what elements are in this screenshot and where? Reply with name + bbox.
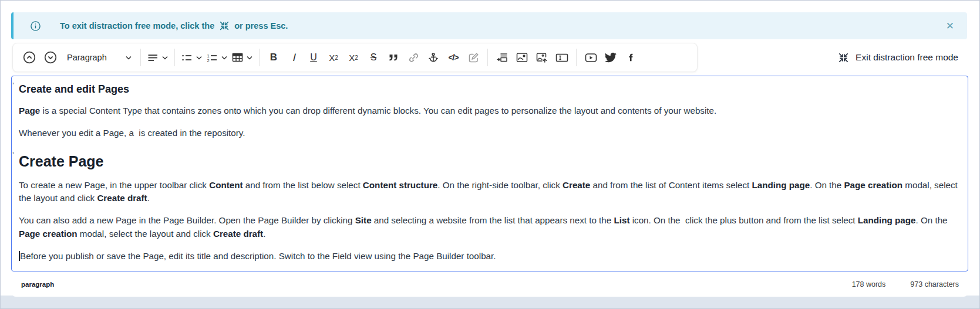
word-count-bar: 178 words 973 characters <box>852 280 959 288</box>
code-button[interactable]: </> <box>443 47 463 68</box>
heading-mark: ’ <box>12 81 14 90</box>
banner-text-suffix: or press Esc. <box>234 21 288 30</box>
chevron-down-icon <box>162 56 168 60</box>
editor-footer: paragraph 178 words 973 characters <box>11 271 968 297</box>
word-count: 178 words <box>852 280 886 288</box>
table-button[interactable] <box>230 47 255 68</box>
toolbar-separator <box>259 49 260 66</box>
distraction-free-editor: To exit distraction free mode, click the… <box>0 0 980 309</box>
chevron-down-icon <box>247 56 252 60</box>
editor-heading: ’Create Page <box>19 153 959 170</box>
superscript-button[interactable]: X2 <box>343 47 363 68</box>
heading-mark: ’ <box>12 151 14 159</box>
character-count: 973 characters <box>910 280 959 288</box>
editor-toolbar: Paragraph 12 B I U X2 X2 S <box>12 43 698 72</box>
subscript-small: 2 <box>335 55 338 61</box>
subscript-button[interactable]: X2 <box>324 47 343 68</box>
bold-button[interactable]: B <box>264 47 284 68</box>
banner-text: To exit distraction free mode, click the… <box>60 21 288 31</box>
youtube-button[interactable] <box>581 47 601 68</box>
superscript-glyph: X <box>349 53 355 63</box>
image-upload-button[interactable] <box>532 47 552 68</box>
italic-button[interactable]: I <box>284 47 304 68</box>
paragraph-style-value: Paragraph <box>67 53 107 62</box>
exit-distraction-free-label: Exit distraction free mode <box>856 52 958 63</box>
strikethrough-button[interactable]: S <box>363 47 383 68</box>
move-up-button[interactable] <box>19 47 40 68</box>
collapse-icon <box>219 21 230 31</box>
facebook-button[interactable] <box>621 47 641 68</box>
superscript-small: 2 <box>355 55 358 61</box>
bulleted-list-button[interactable] <box>179 47 204 68</box>
editor-heading: ’Create and edit Pages <box>19 83 959 96</box>
edit-source-button[interactable] <box>463 47 483 68</box>
chevron-down-icon <box>126 56 132 60</box>
image-button[interactable] <box>512 47 532 68</box>
numbered-list-button[interactable]: 12 <box>204 47 230 68</box>
blockquote-button[interactable] <box>383 47 403 68</box>
svg-text:2: 2 <box>207 57 210 63</box>
exit-distraction-free-button[interactable]: Exit distraction free mode <box>834 43 962 72</box>
exit-hint-banner: To exit distraction free mode, click the… <box>11 12 967 39</box>
underline-button[interactable]: U <box>304 47 324 68</box>
toolbar-separator <box>487 49 488 66</box>
editor-content[interactable]: ’Create and edit PagesPage is a special … <box>11 76 968 271</box>
twitter-button[interactable] <box>601 47 621 68</box>
collapse-icon <box>838 52 849 63</box>
info-icon <box>30 21 41 32</box>
toolbar-separator <box>140 49 141 66</box>
editor-paragraph: Page is a special Content Type that cont… <box>19 104 959 118</box>
editor-paragraph: Whenever you edit a Page, a is created i… <box>19 127 959 140</box>
paragraph-style-dropdown[interactable]: Paragraph <box>61 47 136 68</box>
toolbar-separator <box>576 49 577 66</box>
editor-paragraph: Before you publish or save the Page, edi… <box>19 250 959 263</box>
chevron-down-icon <box>196 56 202 60</box>
banner-text-prefix: To exit distraction free mode, click the <box>60 21 214 30</box>
page-background-strip <box>1 296 979 308</box>
editor-paragraph: You can also add a new Page in the Page … <box>19 214 959 241</box>
editor-paragraph: To create a new Page, in the upper toolb… <box>19 179 959 206</box>
insert-block-button[interactable] <box>492 47 512 68</box>
close-icon[interactable]: ✕ <box>944 19 957 33</box>
align-left-button[interactable] <box>145 47 170 68</box>
link-button[interactable] <box>403 47 423 68</box>
anchor-button[interactable] <box>423 47 443 68</box>
subscript-glyph: X <box>329 53 335 63</box>
element-path-breadcrumb[interactable]: paragraph <box>21 281 54 288</box>
move-down-button[interactable] <box>40 47 61 68</box>
toolbar-separator <box>174 49 175 66</box>
field-button[interactable] <box>552 47 572 68</box>
chevron-down-icon <box>221 56 227 60</box>
